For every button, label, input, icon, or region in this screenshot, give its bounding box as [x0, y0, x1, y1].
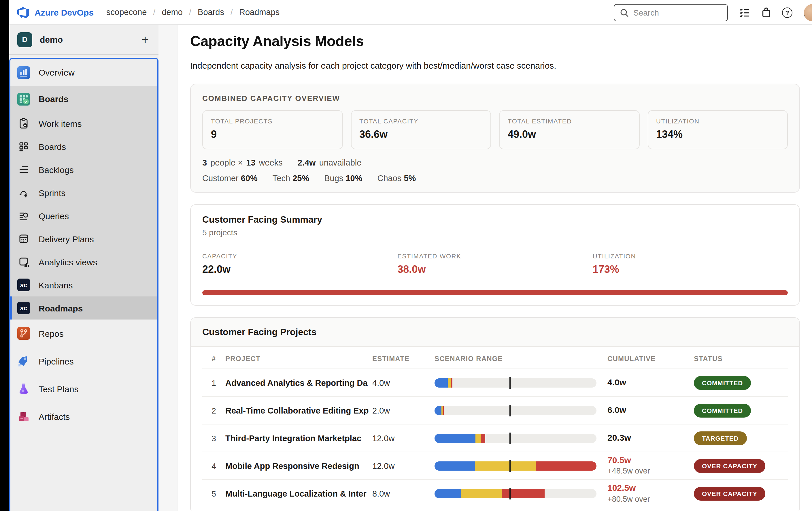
left-screen-edge	[0, 0, 9, 511]
summary-stats: CAPACITY 22.0w ESTIMATED WORK 38.0w UTIL…	[202, 252, 788, 276]
col-project: PROJECT	[225, 355, 372, 363]
status-badge: COMMITTED	[694, 376, 751, 389]
sidebar-item-work-items[interactable]: Work items	[10, 112, 157, 135]
task-list-icon[interactable]	[739, 7, 750, 18]
sidebar-item-label: Delivery Plans	[39, 234, 94, 244]
sidebar-item-artifacts[interactable]: Artifacts	[10, 403, 157, 430]
sidebar-item-test-plans[interactable]: Test Plans	[10, 375, 157, 403]
summary-title: Customer Facing Summary	[202, 215, 788, 225]
projects-table-header: # PROJECT ESTIMATE SCENARIO RANGE CUMULA…	[202, 347, 788, 369]
sidebar-item-label: Work items	[39, 118, 82, 128]
stat-value: 134%	[656, 129, 779, 141]
table-row[interactable]: 4 Mobile App Responsive Redesign 12.0w 7…	[202, 452, 788, 480]
breadcrumb-separator: /	[189, 7, 191, 17]
table-row[interactable]: 5 Multi-Language Localization & Inter 8.…	[202, 480, 788, 508]
table-row[interactable]: 2 Real-Time Collaborative Editing Exp 2.…	[202, 397, 788, 425]
sidebar-item-label: Boards	[39, 142, 66, 152]
help-icon[interactable]: ?	[781, 7, 793, 18]
table-row[interactable]: 1 Advanced Analytics & Reporting Da 4.0w…	[202, 369, 788, 397]
stat-value: 38.0w	[397, 264, 592, 276]
sidebar-item-roadmaps[interactable]: sc Roadmaps	[10, 296, 157, 320]
sidebar-item-overview[interactable]: Overview	[10, 59, 157, 86]
over-amount: +48.5w over	[607, 467, 694, 477]
sidebar-item-sprints[interactable]: Sprints	[10, 181, 157, 204]
cumulative-value: 102.5w	[607, 483, 694, 494]
page-subtitle: Independent capacity analysis for each p…	[190, 60, 800, 70]
sc-badge-icon: sc	[17, 278, 30, 291]
utilization-progress-fill	[202, 290, 788, 295]
sidebar-item-label: Analytics views	[39, 257, 97, 267]
sidebar-item-queries[interactable]: Queries	[10, 204, 157, 227]
status-badge: COMMITTED	[694, 403, 751, 417]
sidebar-item-kanbans[interactable]: sc Kanbans	[10, 273, 157, 296]
stat-value: 9	[211, 129, 334, 141]
projects-table: # PROJECT ESTIMATE SCENARIO RANGE CUMULA…	[191, 347, 799, 511]
stat-label: TOTAL CAPACITY	[359, 118, 482, 125]
app-root: Azure DevOps scopecone / demo / Boards /…	[0, 0, 812, 511]
stat-value: 22.0w	[202, 264, 397, 276]
stat-value: 36.6w	[359, 129, 482, 141]
status-badge: OVER CAPACITY	[694, 459, 765, 473]
stat-label: UTILIZATION	[593, 252, 788, 260]
sidebar-item-boards-hub[interactable]: Boards	[10, 86, 157, 112]
projects-table-body: 1 Advanced Analytics & Reporting Da 4.0w…	[202, 369, 788, 508]
delivery-plans-icon	[17, 233, 30, 245]
sidebar-gutter	[158, 25, 177, 511]
project-name: Third-Party Integration Marketplac	[225, 433, 372, 443]
sidebar-item-label: Queries	[39, 211, 69, 221]
add-project-icon[interactable]: +	[140, 33, 150, 46]
sidebar-item-pipelines[interactable]: Pipelines	[10, 347, 157, 375]
test-plans-icon	[17, 382, 30, 395]
team-capacity-line: 3 people × 13 weeks 2.4w unavailable	[202, 158, 788, 167]
main-content: Capacity Analysis Models Independent cap…	[177, 25, 812, 511]
estimate-value: 12.0w	[372, 433, 435, 443]
sidebar: D demo + Overview	[9, 25, 158, 511]
scenario-range-bar	[435, 406, 597, 415]
bag-icon[interactable]	[760, 7, 772, 18]
azure-devops-logo-icon[interactable]	[17, 6, 29, 18]
breadcrumb-page[interactable]: Roadmaps	[239, 7, 280, 17]
sidebar-item-boards[interactable]: Boards	[10, 135, 157, 158]
customer-facing-projects-card: Customer Facing Projects # PROJECT ESTIM…	[190, 317, 800, 511]
combined-stats: TOTAL PROJECTS 9 TOTAL CAPACITY 36.6w TO…	[202, 110, 788, 150]
breadcrumb-project[interactable]: demo	[162, 7, 183, 17]
sidebar-item-analytics-views[interactable]: Analytics views	[10, 250, 157, 273]
search-input[interactable]	[633, 8, 720, 17]
breadcrumb-hub[interactable]: Boards	[198, 7, 224, 17]
summary-utilization: UTILIZATION 173%	[593, 252, 788, 276]
sidebar-item-label: Artifacts	[39, 411, 70, 421]
allocation-line: Customer 60% Tech 25% Bugs 10% Chaos 5%	[202, 173, 788, 183]
col-status: STATUS	[694, 355, 788, 363]
utilization-progress-bar	[202, 290, 788, 295]
allocation-customer: Customer 60%	[202, 173, 258, 183]
stat-utilization: UTILIZATION 134%	[647, 110, 788, 150]
sidebar-item-repos[interactable]: Repos	[10, 320, 157, 347]
summary-estimated-work: ESTIMATED WORK 38.0w	[397, 252, 592, 276]
sidebar-item-label: Repos	[39, 328, 64, 338]
stat-total-estimated: TOTAL ESTIMATED 49.0w	[499, 110, 639, 150]
capacity-marker	[510, 432, 511, 444]
row-num: 3	[202, 433, 225, 443]
allocation-chaos: Chaos 5%	[377, 173, 416, 183]
boards-hub-icon	[17, 92, 30, 105]
unavailable-label: unavailable	[319, 158, 361, 167]
sidebar-item-delivery-plans[interactable]: Delivery Plans	[10, 227, 157, 250]
sidebar-item-backlogs[interactable]: Backlogs	[10, 158, 157, 181]
table-row[interactable]: 3 Third-Party Integration Marketplac 12.…	[202, 425, 788, 452]
stat-label: CAPACITY	[202, 252, 397, 260]
breadcrumb-org[interactable]: scopecone	[106, 7, 147, 17]
scenario-range-bar	[435, 489, 597, 498]
search-box[interactable]	[614, 4, 728, 21]
stat-label: TOTAL ESTIMATED	[508, 118, 631, 125]
sidebar-item-label: Pipelines	[39, 356, 74, 366]
stat-value: 49.0w	[508, 129, 631, 141]
summary-capacity: CAPACITY 22.0w	[202, 252, 397, 276]
over-amount: +80.5w over	[607, 495, 694, 505]
project-header[interactable]: D demo +	[9, 25, 158, 55]
sidebar-item-label: Backlogs	[39, 165, 74, 174]
estimate-value: 4.0w	[372, 378, 435, 387]
row-num: 5	[202, 489, 225, 498]
brand-name[interactable]: Azure DevOps	[35, 7, 94, 17]
row-num: 1	[202, 378, 225, 387]
sidebar-item-label: Boards	[39, 94, 68, 104]
